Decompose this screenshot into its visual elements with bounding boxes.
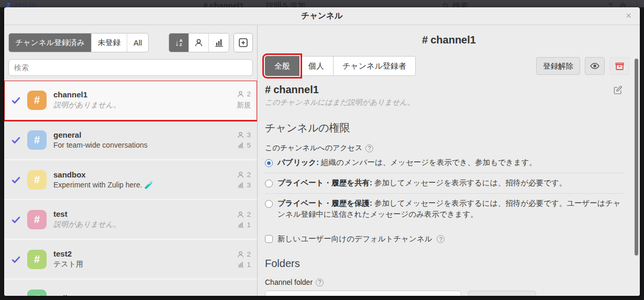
channel-row[interactable]: # test 説明がありません。 2 1 <box>4 200 257 240</box>
message-count: 1 <box>237 261 251 269</box>
bar-chart-icon <box>237 141 245 149</box>
help-menu-icon: ? <box>608 1 613 7</box>
user-icon <box>237 171 245 179</box>
archive-icon <box>615 61 625 71</box>
default-channel-checkbox[interactable] <box>265 235 273 243</box>
gear-icon: ⚙ <box>619 1 626 7</box>
access-options-group: パブリック: 組織のメンバーは、メッセージを表示でき、参加もできます。 プライベ… <box>265 153 624 225</box>
edit-channel-icon[interactable] <box>613 85 623 95</box>
user-icon <box>194 38 204 48</box>
user-icon <box>237 210 245 218</box>
settings-header: # channel1 <box>258 25 640 54</box>
channel-settings-panel: # channel1 全般個人チャンネル登録者 登録解除 # <box>258 25 640 296</box>
personal-menu-icon: ⋮ <box>634 1 641 7</box>
channel-list: # channel1 説明がありません。 2 新規 # general For … <box>4 81 257 296</box>
channel-browser-panel: チャンネル登録済み未登録All ↓ AZ <box>4 25 258 296</box>
channel-description: 説明がありません。 <box>53 101 217 110</box>
access-option-row: プライベート・履歴を保護: 参加してメッセージを表示するには、招待が必要です。ユ… <box>265 194 624 225</box>
close-icon[interactable]: × <box>626 10 631 21</box>
subscribed-check-icon <box>4 95 27 105</box>
subscribed-check-icon <box>4 254 27 264</box>
help-icon[interactable]: ? <box>437 235 445 243</box>
subscribed-check-icon <box>4 294 27 296</box>
new-channel-badge: 新規 <box>237 101 251 110</box>
channel-name: Zulip <box>53 294 217 296</box>
hash-icon: # <box>422 34 428 46</box>
subscriber-count: 2 <box>237 250 251 258</box>
channel-name: test <box>53 209 217 218</box>
sort-az-icon: ↓ AZ <box>175 38 182 47</box>
hash-icon: # <box>265 84 271 96</box>
channel-hash-icon: # <box>27 91 47 110</box>
settings-tab-group: 全般個人チャンネル登録者 <box>265 56 416 76</box>
access-label-row: このチャンネルへのアクセス ? <box>265 143 624 153</box>
channel-folder-select[interactable]: # <box>265 291 461 296</box>
channel-name-heading: # channel1 <box>265 84 319 96</box>
filter-tab[interactable]: All <box>127 34 148 52</box>
channels-modal: チャンネル × チャンネル登録済み未登録All ↓ AZ <box>4 7 640 296</box>
settings-tab[interactable]: 個人 <box>299 56 334 76</box>
filter-tab[interactable]: チャンネル登録済み <box>9 34 92 52</box>
access-option-row: パブリック: 組織のメンバーは、メッセージを表示でき、参加もできます。 <box>265 153 624 173</box>
bar-chart-icon <box>237 181 245 188</box>
permissions-heading: チャンネルの権限 <box>265 121 624 135</box>
settings-tab[interactable]: チャンネル登録者 <box>333 56 416 76</box>
channel-filter-toolbar: チャンネル登録済み未登録All ↓ AZ <box>4 25 257 52</box>
sort-button-group: ↓ AZ <box>169 33 229 52</box>
channel-hash-icon: # <box>27 170 47 190</box>
modal-header: チャンネル × <box>4 7 640 25</box>
filter-tab-group: チャンネル登録済み未登録All <box>8 33 149 52</box>
message-count: 1 <box>237 221 251 229</box>
zulip-logo: Z ZULIP <box>5 1 37 7</box>
subscriber-count: 2 <box>237 210 251 218</box>
channel-name: channel1 <box>53 90 217 99</box>
channel-row[interactable]: # Zulip 2 <box>4 280 257 296</box>
help-icon[interactable]: ? <box>365 145 373 152</box>
view-channel-button[interactable] <box>585 57 605 75</box>
zulip-logo-icon: Z <box>5 3 12 8</box>
navbar-search: 検索 <box>442 1 468 7</box>
channel-search-input[interactable] <box>8 59 253 76</box>
channel-description: For team-wide conversations <box>53 141 217 149</box>
access-option-row: プライベート・履歴を共有: 参加してメッセージを表示するには、招待が必要です。 <box>265 173 624 194</box>
user-icon <box>237 90 245 98</box>
search-icon <box>442 3 449 8</box>
channel-name: sandbox <box>53 170 217 179</box>
channel-hash-icon: # <box>27 210 47 229</box>
subscriber-count: 2 <box>237 171 251 179</box>
message-count: 3 <box>237 181 251 189</box>
create-folder-button[interactable]: Create a folder <box>468 291 536 296</box>
archive-channel-button[interactable] <box>609 57 629 75</box>
bar-chart-icon <box>237 261 245 268</box>
subscriber-count: 2 <box>237 90 251 98</box>
radio-button[interactable] <box>265 159 273 167</box>
channel-hash-icon: # <box>27 290 47 296</box>
channel-row[interactable]: # test2 テスト用 2 1 <box>4 240 257 280</box>
user-icon <box>237 250 245 258</box>
subscriber-count: 2 <box>237 295 251 296</box>
message-count: 5 <box>237 141 251 149</box>
channel-description: 説明がありません。 <box>53 220 217 229</box>
channel-row[interactable]: # general For team-wide conversations 3 … <box>4 120 257 160</box>
channel-hash-icon: # <box>27 130 47 150</box>
no-description-text: このチャンネルにはまだ説明がありません。 <box>265 98 624 107</box>
sort-by-traffic-button[interactable] <box>209 34 229 52</box>
sort-by-subscribers-button[interactable] <box>189 34 209 52</box>
navbar-channel-title: # channel1 <box>203 1 244 7</box>
unsubscribe-button[interactable]: 登録解除 <box>536 57 580 75</box>
subscribed-check-icon <box>4 135 27 145</box>
channel-hash-icon: # <box>27 250 47 269</box>
create-channel-button[interactable] <box>234 33 253 52</box>
settings-tab[interactable]: 全般 <box>265 56 299 76</box>
channel-folder-label-row: Channel folder ? <box>265 278 624 286</box>
radio-button[interactable] <box>265 180 273 187</box>
sort-alphabetical-button[interactable]: ↓ AZ <box>169 34 189 52</box>
channel-name: general <box>53 130 217 139</box>
radio-button[interactable] <box>265 200 273 208</box>
filter-tab[interactable]: 未登録 <box>92 34 128 52</box>
subscriber-count: 3 <box>237 131 251 139</box>
channel-row[interactable]: # sandbox Experiment with Zulip here. 🧪 … <box>4 160 257 200</box>
help-icon[interactable]: ? <box>316 279 324 286</box>
channel-row[interactable]: # channel1 説明がありません。 2 新規 <box>4 81 257 120</box>
subscribed-check-icon <box>4 175 27 185</box>
